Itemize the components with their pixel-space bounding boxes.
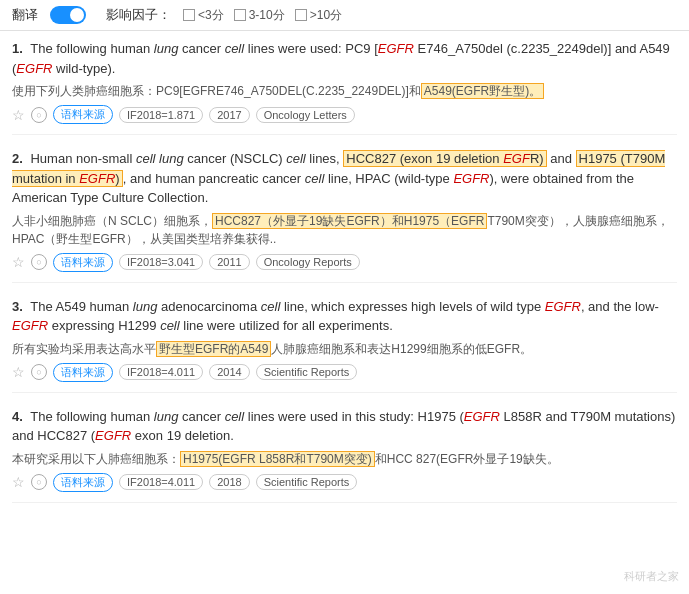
- egfr-red-2b: EGFR: [79, 171, 115, 186]
- result-item-2: 2. Human non-small cell lung cancer (NSC…: [12, 149, 677, 283]
- top-bar: 翻译 影响因子： <3分 3-10分 >10分: [0, 0, 689, 31]
- result-2-en: 2. Human non-small cell lung cancer (NSC…: [12, 149, 677, 208]
- result-1-tags: ☆ ○ 语料来源 IF2018=1.871 2017 Oncology Lett…: [12, 105, 677, 124]
- star-icon-4[interactable]: ☆: [12, 474, 25, 490]
- tag-journal-3[interactable]: Scientific Reports: [256, 364, 358, 380]
- filter-group: <3分 3-10分 >10分: [183, 7, 342, 24]
- result-2-cn: 人非小细胞肺癌（N SCLC）细胞系，HCC827（外显子19缺失EGFR）和H…: [12, 212, 677, 248]
- influence-label: 影响因子：: [106, 6, 171, 24]
- result-3-cn: 所有实验均采用表达高水平野生型EGFR的A549人肺腺癌细胞系和表达H1299细…: [12, 340, 677, 358]
- cell-italic-4: cell: [225, 409, 245, 424]
- highlight-1-cn: A549(EGFR野生型)。: [421, 83, 544, 99]
- cell-lung-italic-2: cell lung: [136, 151, 184, 166]
- tag-journal-4[interactable]: Scientific Reports: [256, 474, 358, 490]
- egfr-red-4a: EGFR: [464, 409, 500, 424]
- highlight-4-cn: H1975(EGFR L858R和T790M突变): [180, 451, 375, 467]
- result-4-tags: ☆ ○ 语料来源 IF2018=4.011 2018 Scientific Re…: [12, 473, 677, 492]
- result-1-cn: 使用下列人类肺癌细胞系：PC9[EGFRE746_A750DEL(C.2235_…: [12, 82, 677, 100]
- filter-gt10-checkbox[interactable]: [295, 9, 307, 21]
- result-2-number: 2.: [12, 151, 23, 166]
- translate-label: 翻译: [12, 6, 38, 24]
- circle-icon-1[interactable]: ○: [31, 107, 47, 123]
- tag-source-2[interactable]: 语料来源: [53, 253, 113, 272]
- highlight-2-cn: HCC827（外显子19缺失EGFR）和H1975（EGFR: [212, 213, 487, 229]
- watermark: 科研者之家: [624, 569, 679, 584]
- egfr-red-1a: EGFR: [378, 41, 414, 56]
- filter-3-10-checkbox[interactable]: [234, 9, 246, 21]
- result-3-en: 3. The A549 human lung adenocarcinoma ce…: [12, 297, 677, 336]
- star-icon-1[interactable]: ☆: [12, 107, 25, 123]
- tag-if-1[interactable]: IF2018=1.871: [119, 107, 203, 123]
- egfr-red-3b: EGFR: [12, 318, 48, 333]
- tag-journal-1[interactable]: Oncology Letters: [256, 107, 355, 123]
- tag-source-3[interactable]: 语料来源: [53, 363, 113, 382]
- highlight-2-en-b: H1975 (T790M mutation in EGFR): [12, 150, 665, 187]
- filter-gt10[interactable]: >10分: [295, 7, 342, 24]
- lung-italic-4: lung: [154, 409, 179, 424]
- result-4-cn: 本研究采用以下人肺癌细胞系：H1975(EGFR L858R和T790M突变)和…: [12, 450, 677, 468]
- tag-journal-2[interactable]: Oncology Reports: [256, 254, 360, 270]
- egfr-red-1b: EGFR: [16, 61, 52, 76]
- circle-icon-2[interactable]: ○: [31, 254, 47, 270]
- result-3-number: 3.: [12, 299, 23, 314]
- circle-icon-3[interactable]: ○: [31, 364, 47, 380]
- cell-italic-2b: cell: [305, 171, 325, 186]
- result-item-4: 4. The following human lung cancer cell …: [12, 407, 677, 503]
- cell-italic-3: cell: [261, 299, 281, 314]
- filter-lt3-label: <3分: [198, 7, 224, 24]
- cell-italic-2: cell: [286, 151, 306, 166]
- filter-lt3-checkbox[interactable]: [183, 9, 195, 21]
- star-icon-2[interactable]: ☆: [12, 254, 25, 270]
- filter-3-10-label: 3-10分: [249, 7, 285, 24]
- circle-icon-4[interactable]: ○: [31, 474, 47, 490]
- result-4-number: 4.: [12, 409, 23, 424]
- result-2-tags: ☆ ○ 语料来源 IF2018=3.041 2011 Oncology Repo…: [12, 253, 677, 272]
- tag-if-2[interactable]: IF2018=3.041: [119, 254, 203, 270]
- highlight-3-cn: 野生型EGFR的A549: [156, 341, 271, 357]
- result-3-tags: ☆ ○ 语料来源 IF2018=4.011 2014 Scientific Re…: [12, 363, 677, 382]
- filter-lt3[interactable]: <3分: [183, 7, 224, 24]
- star-icon-3[interactable]: ☆: [12, 364, 25, 380]
- toggle-knob: [70, 8, 84, 22]
- egfr-red-2c: EGFR: [453, 171, 489, 186]
- tag-year-3[interactable]: 2014: [209, 364, 249, 380]
- translate-toggle[interactable]: [50, 6, 86, 24]
- tag-source-4[interactable]: 语料来源: [53, 473, 113, 492]
- tag-year-4[interactable]: 2018: [209, 474, 249, 490]
- egfr-red-3a: EGFR: [545, 299, 581, 314]
- lung-italic-3: lung: [133, 299, 158, 314]
- highlight-2-en-a: HCC827 (exon 19 deletion EGFR): [343, 150, 546, 167]
- tag-source-1[interactable]: 语料来源: [53, 105, 113, 124]
- result-1-en: 1. The following human lung cancer cell …: [12, 39, 677, 78]
- lung-italic-1: lung: [154, 41, 179, 56]
- result-item-1: 1. The following human lung cancer cell …: [12, 39, 677, 135]
- result-1-number: 1.: [12, 41, 23, 56]
- filter-3-10[interactable]: 3-10分: [234, 7, 285, 24]
- cell-italic-1: cell: [225, 41, 245, 56]
- main-content: 1. The following human lung cancer cell …: [0, 31, 689, 525]
- tag-year-2[interactable]: 2011: [209, 254, 249, 270]
- cell-italic-3b: cell: [160, 318, 180, 333]
- tag-year-1[interactable]: 2017: [209, 107, 249, 123]
- result-4-en: 4. The following human lung cancer cell …: [12, 407, 677, 446]
- tag-if-3[interactable]: IF2018=4.011: [119, 364, 203, 380]
- tag-if-4[interactable]: IF2018=4.011: [119, 474, 203, 490]
- result-item-3: 3. The A549 human lung adenocarcinoma ce…: [12, 297, 677, 393]
- egfr-red-4b: EGFR: [95, 428, 131, 443]
- filter-gt10-label: >10分: [310, 7, 342, 24]
- egfr-red-2a: EGF: [503, 151, 530, 166]
